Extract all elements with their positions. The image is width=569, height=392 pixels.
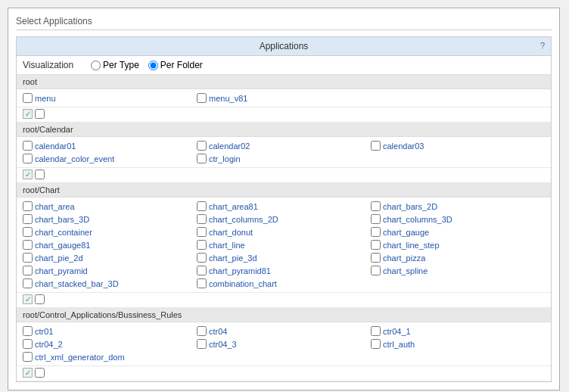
app-label-chart-stacked-bar-3d[interactable]: chart_stacked_bar_3D <box>35 279 119 288</box>
checkbox-chart-pizza[interactable] <box>371 253 381 263</box>
checkbox-calendar02[interactable] <box>197 141 207 151</box>
app-label-chart-pizza[interactable]: chart_pizza <box>383 254 425 263</box>
checkbox-chart-pie-2d[interactable] <box>23 253 33 263</box>
app-label-combination-chart[interactable]: combination_chart <box>209 279 277 288</box>
checkbox-ctrl-auth[interactable] <box>371 339 381 349</box>
checkbox-chart-pyramid81[interactable] <box>197 266 207 275</box>
list-item: chart_pie_2d <box>23 252 197 263</box>
per-type-option[interactable]: Per Type <box>91 60 139 70</box>
checkbox-chart-bars-2d[interactable] <box>371 201 381 211</box>
checkbox-chart-stacked-bar-3d[interactable] <box>23 278 33 288</box>
checkbox-menu[interactable] <box>23 93 33 103</box>
app-label-calendar01[interactable]: calendar01 <box>35 142 76 151</box>
checkbox-chart-gauge81[interactable] <box>23 240 33 250</box>
checkbox-ctr04-2[interactable] <box>23 339 33 349</box>
app-label-chart-container[interactable]: chart_container <box>35 228 92 237</box>
root-checked-all[interactable]: ✓ <box>23 109 33 119</box>
app-label-ctr04-3[interactable]: ctr04_3 <box>209 340 237 349</box>
app-label-chart-pie-3d[interactable]: chart_pie_3d <box>209 254 257 263</box>
checkbox-chart-container[interactable] <box>23 227 33 237</box>
list-item: chart_line <box>197 239 371 250</box>
app-label-ctr-login[interactable]: ctr_login <box>209 154 241 163</box>
app-label-menu[interactable]: menu <box>35 94 56 103</box>
app-label-chart-columns-2d[interactable]: chart_columns_2D <box>209 215 278 224</box>
control-apps-checked-all[interactable]: ✓ <box>23 368 33 378</box>
per-folder-radio[interactable] <box>148 61 158 70</box>
checkbox-chart-gauge[interactable] <box>371 227 381 237</box>
per-type-radio[interactable] <box>91 61 101 70</box>
help-icon[interactable]: ? <box>540 41 545 50</box>
checkbox-menu-v81[interactable] <box>197 93 207 103</box>
app-label-chart-line-step[interactable]: chart_line_step <box>383 241 440 250</box>
checkbox-chart-donut[interactable] <box>197 227 207 237</box>
list-item: menu_v81 <box>197 92 371 104</box>
list-item: ctr01 <box>23 325 197 337</box>
checkbox-calendar01[interactable] <box>23 141 33 151</box>
app-label-ctr01[interactable]: ctr01 <box>35 327 53 336</box>
app-label-ctr04-1[interactable]: ctr04_1 <box>383 327 411 336</box>
checkbox-ctrl-xml-generator-dom[interactable] <box>23 352 33 362</box>
list-item: chart_pyramid81 <box>197 265 371 276</box>
checkbox-chart-area[interactable] <box>23 201 33 211</box>
checkbox-chart-bars-3d[interactable] <box>23 214 33 224</box>
checkbox-chart-spline[interactable] <box>371 266 381 275</box>
checkbox-ctr04-3[interactable] <box>197 339 207 349</box>
app-label-ctr04[interactable]: ctr04 <box>209 327 227 336</box>
list-item: calendar02 <box>197 140 371 151</box>
checkbox-calendar03[interactable] <box>371 141 381 151</box>
calendar-uncheck[interactable] <box>35 170 45 179</box>
app-label-chart-spline[interactable]: chart_spline <box>383 266 428 275</box>
list-item: chart_pizza <box>371 252 545 263</box>
chart-uncheck[interactable] <box>35 294 45 304</box>
checkbox-ctr01[interactable] <box>23 326 33 336</box>
app-label-chart-area81[interactable]: chart_area81 <box>209 202 258 211</box>
checkbox-chart-pie-3d[interactable] <box>197 253 207 263</box>
checkbox-chart-pyramid[interactable] <box>23 266 33 275</box>
checkbox-combination-chart[interactable] <box>197 278 207 288</box>
app-label-chart-pyramid[interactable]: chart_pyramid <box>35 266 88 275</box>
list-item-empty <box>371 153 545 164</box>
calendar-checked-all[interactable]: ✓ <box>23 170 33 179</box>
checkbox-chart-line-step[interactable] <box>371 240 381 250</box>
app-label-chart-bars-2d[interactable]: chart_bars_2D <box>383 202 437 211</box>
chart-checked-all[interactable]: ✓ <box>23 294 33 304</box>
section-root: root menu menu_v81 ✓ <box>17 75 551 123</box>
app-label-ctrl-auth[interactable]: ctrl_auth <box>383 340 415 349</box>
checkbox-chart-columns-3d[interactable] <box>371 214 381 224</box>
checkbox-chart-columns-2d[interactable] <box>197 214 207 224</box>
app-label-calendar-color-event[interactable]: calendar_color_event <box>35 154 114 163</box>
app-label-ctrl-xml-generator-dom[interactable]: ctrl_xml_generator_dom <box>35 353 125 362</box>
list-item: chart_gauge <box>371 226 545 238</box>
control-apps-uncheck[interactable] <box>35 368 45 378</box>
app-label-chart-gauge[interactable]: chart_gauge <box>383 228 429 237</box>
list-item: chart_columns_2D <box>197 213 371 225</box>
checkbox-ctr04[interactable] <box>197 326 207 336</box>
list-item: ctr04_2 <box>23 338 197 350</box>
list-item: calendar03 <box>371 140 545 151</box>
app-label-menu-v81[interactable]: menu_v81 <box>209 94 247 103</box>
checkbox-chart-area81[interactable] <box>197 201 207 211</box>
per-folder-option[interactable]: Per Folder <box>148 60 203 70</box>
app-label-chart-line[interactable]: chart_line <box>209 241 245 250</box>
list-item: chart_line_step <box>371 239 545 250</box>
list-item: calendar01 <box>23 140 197 151</box>
app-label-ctr04-2[interactable]: ctr04_2 <box>35 340 63 349</box>
checkbox-calendar-color-event[interactable] <box>23 154 33 163</box>
app-label-calendar02[interactable]: calendar02 <box>209 142 250 151</box>
app-label-chart-donut[interactable]: chart_donut <box>209 228 253 237</box>
app-label-chart-columns-3d[interactable]: chart_columns_3D <box>383 215 452 224</box>
checkbox-ctr04-1[interactable] <box>371 326 381 336</box>
app-label-chart-pyramid81[interactable]: chart_pyramid81 <box>209 266 271 275</box>
app-label-chart-pie-2d[interactable]: chart_pie_2d <box>35 254 83 263</box>
root-checkbox-row: ✓ <box>17 107 551 123</box>
app-label-calendar03[interactable]: calendar03 <box>383 142 424 151</box>
checkbox-ctr-login[interactable] <box>197 154 207 163</box>
app-label-chart-area[interactable]: chart_area <box>35 202 75 211</box>
app-label-chart-gauge81[interactable]: chart_gauge81 <box>35 241 90 250</box>
inner-panel: Applications ? Visualization Per Type Pe… <box>16 36 552 382</box>
app-label-chart-bars-3d[interactable]: chart_bars_3D <box>35 215 89 224</box>
panel-title: Select Applications <box>16 16 552 30</box>
root-uncheck[interactable] <box>35 109 45 119</box>
checkbox-chart-line[interactable] <box>197 240 207 250</box>
list-item-empty <box>371 351 545 362</box>
